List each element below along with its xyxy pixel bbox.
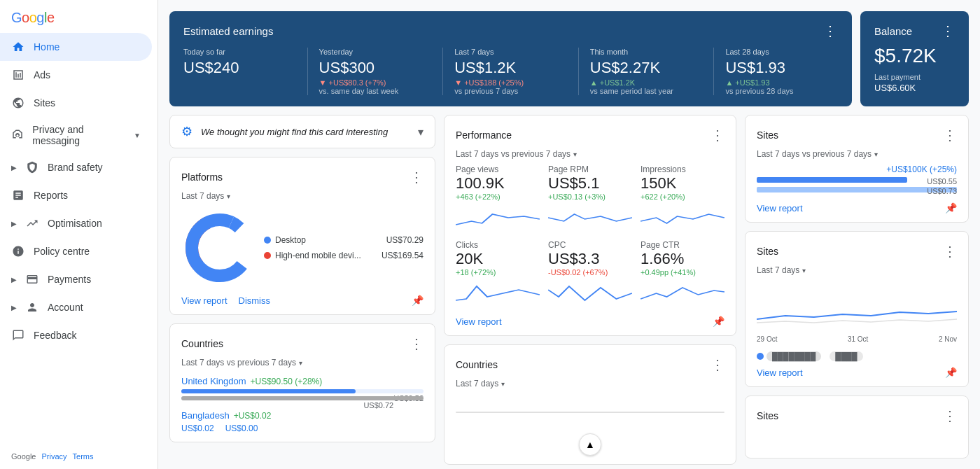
perf-clicks-chart — [456, 279, 540, 307]
mobile-legend-dot — [264, 252, 271, 259]
perf-impressions: Impressions 150K +622 (+20%) — [640, 164, 724, 232]
last28-sub1: ▲ +US$1.93 — [725, 78, 838, 87]
sites-mid-view-report-btn[interactable]: View report — [757, 368, 803, 378]
suggestion-chevron-icon[interactable]: ▾ — [418, 125, 424, 139]
suggestion-gear-icon: ⚙ — [181, 124, 192, 139]
performance-menu-icon[interactable]: ⋮ — [710, 127, 724, 144]
bangladesh-name: Bangladesh — [181, 410, 230, 421]
platforms-dismiss-btn[interactable]: Dismiss — [239, 295, 271, 306]
perf-pagectr-change: +0.49pp (+41%) — [640, 268, 724, 276]
sites-top-pin-icon[interactable]: 📌 — [945, 202, 957, 214]
thismonth-sub2: vs same period last year — [590, 87, 703, 95]
today-value: US$240 — [183, 59, 296, 77]
performance-view-report-btn[interactable]: View report — [456, 316, 502, 327]
countries-left-menu-icon[interactable]: ⋮ — [410, 335, 424, 352]
sites-mid-menu-icon[interactable]: ⋮ — [943, 243, 957, 260]
last7-value: US$1.2K — [454, 59, 567, 77]
sidebar-item-feedback[interactable]: Feedback — [0, 321, 152, 349]
perf-cpc: CPC US$3.3 -US$0.02 (+67%) — [548, 240, 632, 307]
suggestion-card[interactable]: ⚙ We thought you might find this card in… — [169, 115, 435, 148]
countries-left-period: Last 7 days vs previous 7 days — [181, 358, 296, 368]
perf-pagectr: Page CTR 1.66% +0.49pp (+41%) — [640, 240, 724, 307]
sites-top-title: Sites — [757, 130, 778, 141]
platforms-pin-icon[interactable]: 📌 — [412, 295, 424, 306]
earnings-card: Estimated earnings ⋮ Today so far US$240… — [169, 11, 852, 106]
sidebar-item-label-sites: Sites — [34, 97, 55, 108]
sidebar-item-label-account: Account — [48, 302, 83, 313]
countries-left-title: Countries — [181, 338, 223, 349]
perf-metrics-grid: Page views 100.9K +463 (+22%) Page RPM U… — [444, 164, 736, 313]
balance-menu-icon[interactable]: ⋮ — [941, 22, 955, 39]
optimisation-icon — [25, 216, 39, 230]
earnings-menu-icon[interactable]: ⋮ — [823, 22, 838, 39]
balance-last-payment-value: US$6.60K — [874, 83, 955, 93]
sites-mid-legend-active: ████████ — [766, 351, 821, 361]
main-content: Estimated earnings ⋮ Today so far US$240… — [158, 0, 980, 469]
sidebar-item-ads[interactable]: Ads — [0, 61, 152, 89]
perf-pagectr-chart — [640, 279, 724, 307]
sites-top-view-report-btn[interactable]: View report — [757, 203, 803, 214]
perf-impressions-label: Impressions — [640, 164, 724, 174]
performance-pin-icon[interactable]: 📌 — [713, 316, 724, 327]
bangladesh-val2: US$0.00 — [225, 424, 258, 433]
metric-today: Today so far US$240 — [183, 48, 308, 95]
footer-terms-link[interactable]: Terms — [73, 452, 94, 461]
sites-top-period: Last 7 days vs previous 7 days — [757, 149, 872, 159]
svg-point-1 — [192, 220, 248, 276]
platforms-view-report-btn[interactable]: View report — [181, 295, 227, 306]
countries-period-dropdown-icon[interactable]: ▾ — [299, 359, 302, 367]
perf-pagectr-value: 1.66% — [640, 250, 724, 268]
perf-cpc-value: US$3.3 — [548, 250, 632, 268]
yesterday-value: US$300 — [319, 59, 432, 77]
sidebar-item-optimisation[interactable]: ▶ Optimisation — [0, 209, 152, 237]
sites-top-period-dropdown-icon[interactable]: ▾ — [874, 150, 878, 158]
sites-card-mid: Sites ⋮ Last 7 days ▾ 29 Oct 31 Oct 2 — [745, 231, 969, 387]
balance-amount: $5.72K — [874, 45, 955, 67]
sites-mid-pin-icon[interactable]: 📌 — [945, 367, 957, 378]
sites-bottom-menu-icon[interactable]: ⋮ — [943, 407, 957, 424]
last7-label: Last 7 days — [454, 48, 567, 56]
thismonth-label: This month — [590, 48, 703, 56]
platforms-period-dropdown-icon[interactable]: ▾ — [227, 192, 230, 200]
expand-opt-left-icon: ▶ — [11, 220, 17, 227]
sidebar-item-account[interactable]: ▶ Account — [0, 293, 152, 321]
countries-mid-menu-icon[interactable]: ⋮ — [710, 356, 724, 373]
last28-value: US$1.93 — [725, 59, 838, 77]
sites-mid-legend-inactive: ████ — [830, 351, 862, 361]
sidebar-item-reports[interactable]: Reports — [0, 181, 152, 209]
sidebar-item-payments[interactable]: ▶ Payments — [0, 265, 152, 293]
sites-mid-period-dropdown-icon[interactable]: ▾ — [802, 267, 806, 274]
sites-card-bottom: Sites ⋮ — [745, 396, 969, 458]
perf-pageviews-label: Page views — [456, 164, 540, 174]
countries-mid-period-dropdown-icon[interactable]: ▾ — [501, 380, 505, 388]
left-column: ⚙ We thought you might find this card in… — [169, 115, 435, 442]
last28-sub2: vs previous 28 days — [725, 87, 838, 95]
platforms-card: Platforms ⋮ Last 7 days ▾ — [169, 157, 435, 315]
footer-privacy-link[interactable]: Privacy — [41, 452, 66, 461]
metric-last7: Last 7 days US$1.2K ▼ +US$188 (+25%) vs … — [443, 48, 579, 95]
sidebar-item-sites[interactable]: Sites — [0, 89, 152, 117]
country-uk: United Kingdom +US$90.50 (+28%) US$0.52 — [181, 376, 424, 400]
performance-period-dropdown-icon[interactable]: ▾ — [573, 150, 577, 158]
suggestion-text: We thought you might find this card inte… — [201, 127, 410, 137]
scroll-up-button[interactable]: ▲ — [579, 433, 601, 456]
balance-title: Balance — [874, 25, 912, 37]
bangladesh-val1: US$0.02 — [181, 424, 214, 433]
platforms-title: Platforms — [181, 172, 223, 183]
sidebar-item-home[interactable]: Home — [0, 33, 152, 61]
sidebar-item-brand[interactable]: ▶ Brand safety — [0, 153, 152, 181]
sidebar-item-privacy[interactable]: Privacy and messaging ▼ — [0, 117, 152, 153]
platforms-legend: Desktop US$70.29 High-end mobile devi...… — [264, 235, 424, 260]
platforms-menu-icon[interactable]: ⋮ — [410, 169, 424, 186]
policy-icon — [11, 244, 25, 258]
home-icon — [11, 40, 25, 54]
countries-card-left: Countries ⋮ Last 7 days vs previous 7 da… — [169, 323, 435, 442]
sites-top-menu-icon[interactable]: ⋮ — [943, 127, 957, 144]
yesterday-sub2: vs. same day last week — [319, 87, 432, 95]
sidebar-item-policy[interactable]: Policy centre — [0, 237, 152, 265]
today-label: Today so far — [183, 48, 296, 56]
expand-acc-left-icon: ▶ — [11, 304, 17, 312]
perf-clicks-value: 20K — [456, 250, 540, 268]
sites-bar1-value: US$0.55 — [927, 177, 957, 186]
account-icon — [25, 300, 39, 314]
